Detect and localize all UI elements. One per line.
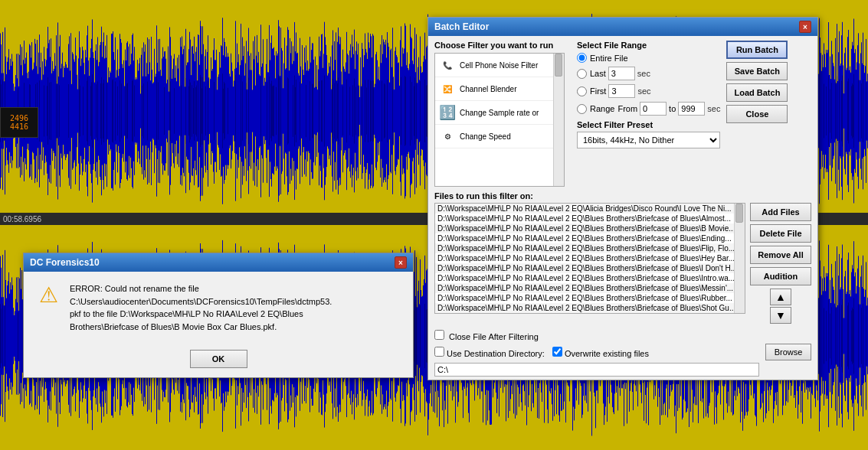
filter-scrollbar-thumb: [555, 54, 562, 77]
warning-icon: ⚠: [36, 282, 61, 307]
dest-input-row: [434, 363, 811, 377]
range-unit: sec: [707, 104, 720, 113]
bottom-bar: Close File After Filtering Use Destinati…: [428, 327, 817, 380]
batch-editor-window: Batch Editor × Choose Filter you want to…: [427, 17, 818, 380]
file-range-section: Select File Range Entire File Last sec F…: [571, 41, 720, 187]
filter-list-scrollbar[interactable]: [553, 54, 564, 186]
file-entry-3: D:\Workspace\MH\LP No RIAA\Level 2 EQ\Bl…: [435, 233, 745, 243]
destination-path-input[interactable]: [434, 363, 759, 377]
entire-file-radio[interactable]: [577, 53, 587, 63]
preset-label: Select Filter Preset: [577, 120, 720, 129]
entire-file-row: Entire File: [577, 53, 720, 63]
range-to-input[interactable]: [678, 102, 705, 116]
error-message: ERROR: Could not rename the file C:\User…: [70, 282, 332, 333]
range-from-input[interactable]: [640, 102, 667, 116]
first-row: First sec: [577, 84, 720, 98]
counter-line1: 2496: [10, 114, 28, 122]
load-batch-button[interactable]: Load Batch: [726, 83, 788, 102]
close-batch-button[interactable]: Close: [726, 105, 788, 123]
overwrite-checkbox[interactable]: [552, 347, 562, 357]
last-radio[interactable]: [577, 69, 587, 79]
right-panel-buttons: Run Batch Save Batch Load Batch Close: [726, 41, 811, 187]
filter-list[interactable]: 📞 Cell Phone Noise Filter 🔀 Channel Blen…: [434, 53, 565, 187]
entire-file-label: Entire File: [590, 54, 628, 63]
file-entry-10: D:\Workspace\MH\LP No RIAA\Level 2 EQ\Bl…: [435, 303, 745, 313]
first-value-input[interactable]: [608, 84, 635, 98]
range-row: Range From to sec: [577, 102, 720, 116]
file-entry-1: D:\Workspace\MH\LP No RIAA\Level 2 EQ\Bl…: [435, 214, 745, 223]
batch-editor-close-button[interactable]: ×: [799, 21, 811, 33]
filter-column: Choose Filter you want to run 📞 Cell Pho…: [434, 41, 565, 187]
file-entry-4: D:\Workspace\MH\LP No RIAA\Level 2 EQ\Bl…: [435, 243, 745, 253]
preset-select[interactable]: 16bits, 44kHz, No Dither: [577, 132, 720, 148]
file-entry-9: D:\Workspace\MH\LP No RIAA\Level 2 EQ\Bl…: [435, 293, 745, 303]
filter-section-label: Choose Filter you want to run: [434, 41, 565, 50]
range-to-label: to: [669, 104, 676, 113]
counter-line2: 4416: [10, 122, 28, 131]
file-entry-2: D:\Workspace\MH\LP No RIAA\Level 2 EQ\Bl…: [435, 223, 745, 233]
move-down-button[interactable]: ▼: [770, 307, 791, 324]
files-action-buttons: Add Files Delete File Remove All Auditio…: [750, 203, 811, 324]
ok-button[interactable]: OK: [190, 350, 247, 368]
cellphone-filter-icon: 📞: [438, 56, 457, 74]
file-entry-7: D:\Workspace\MH\LP No RIAA\Level 2 EQ\Bl…: [435, 273, 745, 283]
range-from-label: From: [617, 104, 637, 113]
last-unit: sec: [637, 69, 650, 78]
filter-item-channelblender[interactable]: 🔀 Channel Blender: [435, 77, 564, 101]
run-batch-button[interactable]: Run Batch: [726, 41, 788, 59]
file-entry-8: D:\Workspace\MH\LP No RIAA\Level 2 EQ\Bl…: [435, 283, 745, 293]
close-file-checkbox[interactable]: [434, 330, 444, 340]
use-dest-label: Use Destination Directory:: [434, 347, 545, 358]
files-label: Files to run this filter on:: [434, 191, 811, 201]
use-dest-checkbox[interactable]: [434, 347, 444, 357]
samplerate-filter-icon: 🔢: [438, 103, 457, 122]
filter-item-samplerate[interactable]: 🔢 Change Sample rate or: [435, 101, 564, 125]
error-dialog-footer: OK: [24, 344, 413, 377]
error-dialog-close-button[interactable]: ×: [395, 256, 407, 269]
error-dialog: DC Forensics10 × ⚠ ERROR: Could not rena…: [23, 253, 414, 378]
files-section: Files to run this filter on: D:\Workspac…: [428, 188, 817, 327]
overwrite-label: Overwrite existing files: [552, 347, 649, 358]
speed-filter-icon: ⚙: [438, 127, 457, 145]
file-entry-5: D:\Workspace\MH\LP No RIAA\Level 2 EQ\Bl…: [435, 253, 745, 263]
timestamp-value: 00:58.6956: [3, 215, 41, 223]
checkbox-row: Close File After Filtering: [434, 330, 811, 341]
delete-file-button[interactable]: Delete File: [750, 224, 811, 243]
first-radio[interactable]: [577, 86, 587, 96]
first-unit: sec: [637, 86, 650, 96]
first-label: First: [590, 86, 606, 96]
move-up-button[interactable]: ▲: [770, 289, 791, 305]
browse-button[interactable]: Browse: [765, 344, 811, 360]
last-value-input[interactable]: [608, 67, 635, 80]
save-batch-button[interactable]: Save Batch: [726, 62, 788, 80]
remove-all-button[interactable]: Remove All: [750, 246, 811, 264]
error-dialog-title: DC Forensics10: [30, 257, 100, 268]
last-label: Last: [590, 69, 606, 78]
file-range-label: Select File Range: [577, 41, 720, 50]
error-dialog-titlebar: DC Forensics10 ×: [24, 253, 413, 272]
filter-item-speed[interactable]: ⚙ Change Speed: [435, 125, 564, 148]
error-dialog-body: ⚠ ERROR: Could not rename the file C:\Us…: [24, 272, 413, 344]
filter-item-cellphone[interactable]: 📞 Cell Phone Noise Filter: [435, 54, 564, 77]
destination-row: Use Destination Directory: Overwrite exi…: [434, 344, 811, 360]
last-row: Last sec: [577, 67, 720, 80]
channelblender-filter-icon: 🔀: [438, 80, 457, 98]
add-files-button[interactable]: Add Files: [750, 203, 811, 221]
counter-display: 2496 4416: [0, 107, 38, 138]
batch-editor-titlebar: Batch Editor ×: [428, 18, 817, 36]
range-label: Range: [590, 104, 614, 113]
batch-editor-title: Batch Editor: [434, 21, 489, 32]
reorder-buttons: ▲ ▼: [750, 289, 811, 324]
file-entry-0: D:\Workspace\MH\LP No RIAA\Level 2 EQ\Al…: [435, 204, 745, 214]
audition-button[interactable]: Audition: [750, 267, 811, 285]
close-file-label: Close File After Filtering: [434, 330, 539, 341]
range-radio[interactable]: [577, 104, 587, 114]
files-list[interactable]: D:\Workspace\MH\LP No RIAA\Level 2 EQ\Al…: [434, 203, 745, 314]
file-entry-6: D:\Workspace\MH\LP No RIAA\Level 2 EQ\Bl…: [435, 263, 745, 273]
